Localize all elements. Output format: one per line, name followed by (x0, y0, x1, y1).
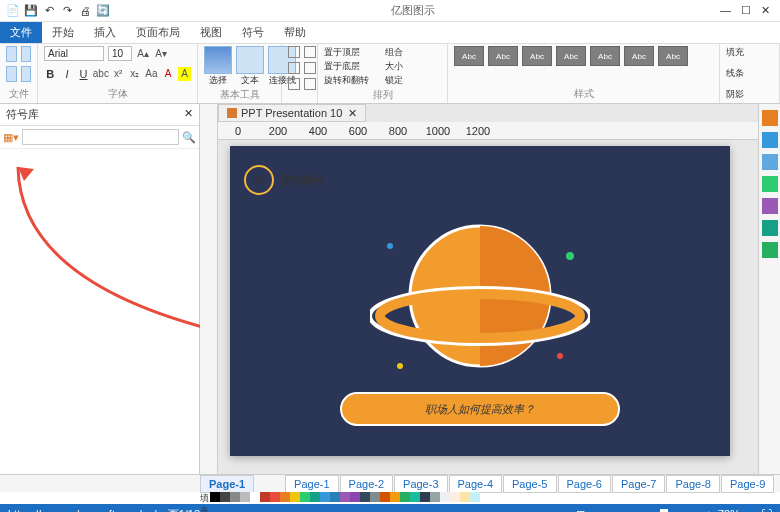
print-icon[interactable]: 🖨 (78, 4, 92, 18)
tab-insert[interactable]: 插入 (84, 22, 126, 43)
style-4[interactable]: Abc (556, 46, 586, 66)
style-1[interactable]: Abc (454, 46, 484, 66)
arrange-back[interactable]: 置于底层 (324, 60, 384, 73)
page-tab[interactable]: Page-1 (285, 475, 338, 493)
sub-button[interactable]: x₂ (129, 67, 142, 81)
image-icon[interactable] (762, 132, 778, 148)
zoom-out-icon[interactable]: − (607, 508, 613, 512)
page-tab[interactable]: Page-8 (666, 475, 719, 493)
view-page-icon[interactable]: ▭ (591, 508, 601, 513)
arrange-rotate[interactable]: 旋转和翻转 (324, 74, 384, 87)
font-shrink-icon[interactable]: A▾ (154, 47, 168, 61)
close-icon[interactable]: ✕ (761, 4, 770, 17)
cut-icon[interactable] (21, 46, 32, 62)
shape-poly-icon[interactable] (288, 78, 300, 90)
tab-home[interactable]: 开始 (42, 22, 84, 43)
select-tool-icon[interactable] (204, 46, 232, 74)
color-swatch[interactable] (220, 492, 230, 502)
search-icon[interactable]: 🔍 (182, 131, 196, 144)
strike-button[interactable]: abc (94, 67, 108, 81)
color-swatch[interactable] (270, 492, 280, 502)
font-size-select[interactable]: 10 (108, 46, 132, 61)
italic-button[interactable]: I (61, 67, 74, 81)
doc-close-icon[interactable]: ✕ (348, 107, 357, 120)
color-swatch[interactable] (320, 492, 330, 502)
page-tab[interactable]: Page-7 (612, 475, 665, 493)
color-swatch[interactable] (360, 492, 370, 502)
symbol-search-input[interactable] (22, 129, 179, 145)
color-swatch[interactable] (340, 492, 350, 502)
shape-line-icon[interactable] (288, 46, 300, 58)
slide-canvas[interactable]: ①寻找符号 职场人如何提高效率？ ++ (230, 146, 730, 456)
color-swatch[interactable] (280, 492, 290, 502)
color-swatch[interactable] (330, 492, 340, 502)
style-7[interactable]: Abc (658, 46, 688, 66)
undo-icon[interactable]: ↶ (42, 4, 56, 18)
color-swatch[interactable] (440, 492, 450, 502)
color-swatch[interactable] (240, 492, 250, 502)
bold-button[interactable]: B (44, 67, 57, 81)
color-swatch[interactable] (290, 492, 300, 502)
fit-width-icon[interactable]: ⇔ (746, 508, 755, 513)
shapes-icon[interactable] (762, 176, 778, 192)
minimize-icon[interactable]: — (720, 4, 731, 17)
library-dropdown-icon[interactable]: ▦▾ (3, 131, 19, 144)
shape-arc-icon[interactable] (304, 46, 316, 58)
page-tab[interactable]: Page-5 (503, 475, 556, 493)
tab-view[interactable]: 视图 (190, 22, 232, 43)
color-swatch[interactable] (420, 492, 430, 502)
font-family-select[interactable]: Arial (44, 46, 104, 61)
export-icon[interactable] (762, 242, 778, 258)
file-icon[interactable]: 📄 (6, 4, 20, 18)
redo-icon[interactable]: ↷ (60, 4, 74, 18)
highlight-icon[interactable]: A (178, 67, 191, 81)
color-swatch[interactable] (470, 492, 480, 502)
status-url[interactable]: https://www.edrawsoft.com/cn/ (8, 508, 157, 513)
page-tab[interactable]: Page-1 (200, 475, 254, 493)
page-tab[interactable]: Page-2 (340, 475, 393, 493)
font-color-icon[interactable]: A (162, 67, 175, 81)
view-grid-icon[interactable]: ⊞ (576, 508, 585, 513)
color-swatch[interactable] (260, 492, 270, 502)
font-grow-icon[interactable]: A▴ (136, 47, 150, 61)
style-2[interactable]: Abc (488, 46, 518, 66)
panel-close-icon[interactable]: ✕ (184, 107, 193, 122)
text-tool-icon[interactable] (236, 46, 264, 74)
fit-page-icon[interactable]: ⛶ (761, 508, 772, 512)
underline-button[interactable]: U (77, 67, 90, 81)
maximize-icon[interactable]: ☐ (741, 4, 751, 17)
arrange-group[interactable]: 组合 (385, 46, 435, 59)
color-swatch[interactable] (430, 492, 440, 502)
page-tab[interactable]: Page-3 (394, 475, 447, 493)
save-icon[interactable]: 💾 (24, 4, 38, 18)
chart-icon[interactable] (762, 154, 778, 170)
copy-icon[interactable] (6, 66, 17, 82)
color-swatch[interactable] (250, 492, 260, 502)
color-swatch[interactable] (310, 492, 320, 502)
fill-icon[interactable] (762, 220, 778, 236)
color-swatch[interactable] (350, 492, 360, 502)
clipart-icon[interactable] (762, 198, 778, 214)
library-icon[interactable] (762, 110, 778, 126)
page-tab[interactable]: Page-9 (721, 475, 774, 493)
style-5[interactable]: Abc (590, 46, 620, 66)
color-swatch[interactable] (390, 492, 400, 502)
shape-oval-icon[interactable] (304, 62, 316, 74)
document-tab[interactable]: PPT Presentation 10 ✕ (218, 104, 366, 122)
color-swatch[interactable] (410, 492, 420, 502)
tab-symbol[interactable]: 符号 (232, 22, 274, 43)
line-dropdown[interactable]: 线条 (726, 67, 773, 80)
arrange-size[interactable]: 大小 (385, 60, 435, 73)
color-swatch[interactable] (230, 492, 240, 502)
arrange-lock[interactable]: 锁定 (385, 74, 435, 87)
color-swatch[interactable] (370, 492, 380, 502)
color-swatch[interactable] (450, 492, 460, 502)
zoom-in-icon[interactable]: + (706, 508, 712, 512)
super-button[interactable]: x² (112, 67, 125, 81)
color-swatch[interactable] (210, 492, 220, 502)
tab-file[interactable]: 文件 (0, 22, 42, 43)
paste-icon[interactable] (6, 46, 17, 62)
shape-rect-icon[interactable] (288, 62, 300, 74)
tab-help[interactable]: 帮助 (274, 22, 316, 43)
color-swatch[interactable] (400, 492, 410, 502)
